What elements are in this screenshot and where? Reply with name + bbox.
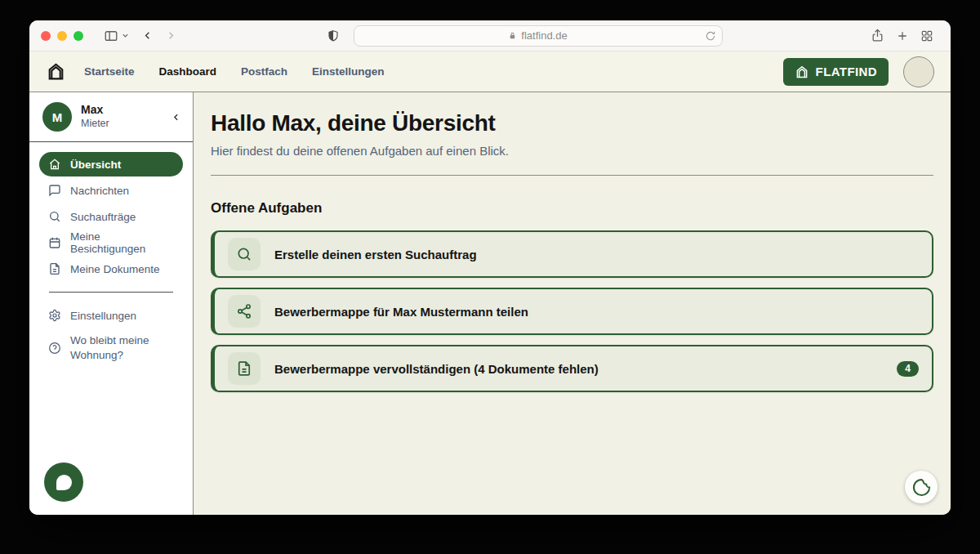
page-subtitle: Hier findest du deine offenen Aufgaben a… [211,144,933,158]
toolbar-right [865,29,939,42]
help-icon [48,342,61,355]
browser-toolbar: flatfind.de [29,20,951,51]
task-card-suchauftrag[interactable]: Erstelle deinen ersten Suchauftrag [211,230,933,278]
cookie-settings-button[interactable] [905,471,938,503]
sidebar-item-uebersicht[interactable]: Übersicht [39,152,183,176]
gear-icon [48,309,61,322]
tab-overview-icon[interactable] [920,29,933,42]
user-role: Mieter [81,118,109,131]
address-bar[interactable]: flatfind.de [354,25,723,47]
sidebar-item-besichtigungen[interactable]: Meine Besichtigungen [39,230,183,255]
lock-icon [508,31,517,41]
back-button[interactable] [141,29,154,42]
user-meta: Max Mieter [81,103,109,130]
sidebar-user-card: M Max Mieter [29,92,193,142]
home-icon [48,158,61,171]
user-name: Max [81,103,109,118]
search-icon [228,238,261,270]
site-header: Startseite Dashboard Postfach Einstellun… [29,51,951,92]
main-panel: Hallo Max, deine Übersicht Hier findest … [194,92,951,515]
flatfind-brand-button[interactable]: FLATFIND [783,58,889,86]
traffic-lights [41,31,83,41]
task-label: Bewerbermappe vervollständigen (4 Dokume… [274,362,599,376]
sidebar-collapse-icon[interactable] [171,112,181,123]
sidebar-item-label: Suchaufträge [70,211,136,223]
message-icon [48,184,61,197]
nav-einstellungen[interactable]: Einstellungen [312,65,385,78]
document-icon [48,262,61,275]
privacy-shield-icon[interactable] [327,29,340,42]
sidebar-item-label: Wo bleibt meine Wohnung? [70,333,170,363]
sidebar-item-wo-bleibt-meine-wohnung[interactable]: Wo bleibt meine Wohnung? [39,329,183,367]
share-page-icon[interactable] [871,29,884,42]
cookie-icon [912,478,931,497]
chevron-down-icon[interactable] [121,31,130,40]
toolbar-center: flatfind.de [183,25,860,47]
sidebar-item-label: Einstellungen [70,310,136,322]
content-row: M Max Mieter Übersicht [29,92,951,515]
browser-window: flatfind.de Startseite Dashboard [29,20,951,515]
sidebar-menu: Übersicht Nachrichten Suchaufträge [29,142,193,369]
new-tab-icon[interactable] [896,29,909,42]
page-title: Hallo Max, deine Übersicht [211,110,933,136]
chat-bubble-icon [56,475,72,490]
sidebar-item-label: Meine Besichtigungen [70,230,174,255]
user-initial-avatar: M [42,102,72,132]
nav-postfach[interactable]: Postfach [241,65,287,78]
sidebar-divider [49,292,173,293]
brand-house-icon [795,65,809,79]
home-logo-icon[interactable] [46,61,66,82]
document-icon [228,352,261,385]
search-icon [48,210,61,223]
sidebar-item-label: Nachrichten [70,185,129,197]
url-text: flatfind.de [521,29,567,42]
zoom-window-button[interactable] [74,31,83,41]
task-card-mappe-teilen[interactable]: Bewerbermappe für Max Mustermann teilen [211,288,933,335]
header-right: FLATFIND [783,56,934,87]
task-label: Bewerbermappe für Max Mustermann teilen [274,305,528,319]
nav-dashboard[interactable]: Dashboard [159,65,217,78]
reload-icon[interactable] [705,30,716,42]
main-nav: Startseite Dashboard Postfach Einstellun… [84,65,385,78]
sidebar-item-dokumente[interactable]: Meine Dokumente [39,257,183,281]
brand-label: FLATFIND [816,65,877,78]
missing-documents-badge: 4 [897,361,919,377]
calendar-icon [48,236,61,249]
sidebar-item-suchauftraege[interactable]: Suchaufträge [39,204,183,229]
share-icon [228,295,261,328]
main-divider [211,175,933,176]
nav-startseite[interactable]: Startseite [84,65,135,78]
sidebar-item-label: Meine Dokumente [70,263,160,275]
minimize-window-button[interactable] [57,31,67,41]
chat-launcher-button[interactable] [44,462,83,502]
close-window-button[interactable] [41,31,51,41]
sidebar-item-nachrichten[interactable]: Nachrichten [39,178,183,203]
forward-button[interactable] [165,29,177,42]
task-label: Erstelle deinen ersten Suchauftrag [274,248,477,261]
task-card-mappe-vervollstaendigen[interactable]: Bewerbermappe vervollständigen (4 Dokume… [211,345,933,392]
sidebar: M Max Mieter Übersicht [29,92,194,515]
section-title: Offene Aufgaben [211,200,933,217]
user-avatar[interactable] [903,56,934,87]
sidebar-item-label: Übersicht [70,159,121,171]
sidebar-toggle-icon[interactable] [104,29,118,43]
sidebar-item-einstellungen[interactable]: Einstellungen [39,303,183,328]
